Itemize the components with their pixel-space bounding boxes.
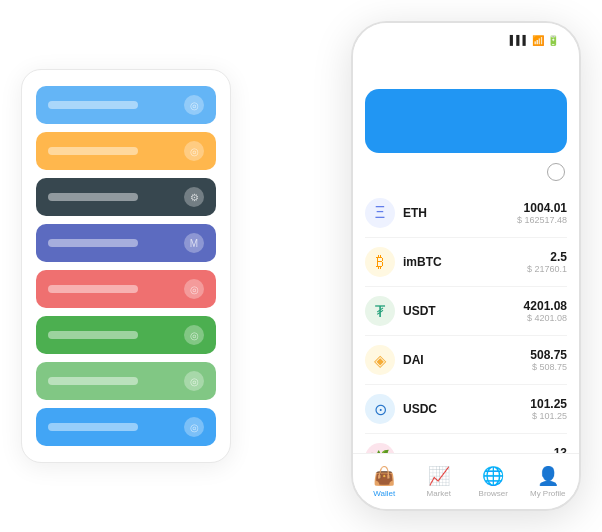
token-balance: 4201.08$ 4201.08	[524, 299, 567, 323]
token-icon: 🌿	[365, 443, 395, 453]
nav-label: Wallet	[373, 489, 395, 498]
nav-item-browser[interactable]: 🌐Browser	[466, 465, 521, 498]
token-icon: Ξ	[365, 198, 395, 228]
signal-icon: ▌▌▌	[510, 35, 529, 45]
token-value: $ 508.75	[530, 362, 567, 372]
card-item[interactable]: ◎	[36, 362, 216, 400]
token-value: $ 101.25	[530, 411, 567, 421]
token-item[interactable]: 🌿TFT130	[365, 434, 567, 453]
card-item[interactable]: ◎	[36, 408, 216, 446]
status-icons: ▌▌▌ 📶 🔋	[510, 35, 559, 46]
nav-label: Market	[427, 489, 451, 498]
token-icon: ⊙	[365, 394, 395, 424]
token-name: ETH	[403, 206, 517, 220]
card-list: ◎◎⚙M◎◎◎◎	[21, 69, 231, 463]
token-item[interactable]: ◈DAI508.75$ 508.75	[365, 336, 567, 385]
card-item[interactable]: ◎	[36, 316, 216, 354]
nav-label: My Profile	[530, 489, 566, 498]
eth-card-balance	[379, 115, 553, 141]
token-item[interactable]: ΞETH1004.01$ 162517.48	[365, 189, 567, 238]
nav-item-my-profile[interactable]: 👤My Profile	[521, 465, 576, 498]
token-balance: 2.5$ 21760.1	[527, 250, 567, 274]
phone-header	[353, 51, 579, 89]
token-name: USDT	[403, 304, 524, 318]
card-item[interactable]: ⚙	[36, 178, 216, 216]
nav-item-wallet[interactable]: 👜Wallet	[357, 465, 412, 498]
scene: ◎◎⚙M◎◎◎◎ ▌▌▌ 📶 🔋	[11, 11, 591, 521]
add-token-button[interactable]	[547, 163, 565, 181]
assets-header	[353, 163, 579, 189]
token-amount: 2.5	[527, 250, 567, 264]
token-amount: 4201.08	[524, 299, 567, 313]
token-name: USDC	[403, 402, 530, 416]
battery-icon: 🔋	[547, 35, 559, 46]
token-amount: 1004.01	[517, 201, 567, 215]
token-item[interactable]: ₿imBTC2.5$ 21760.1	[365, 238, 567, 287]
nav-item-market[interactable]: 📈Market	[412, 465, 467, 498]
profile-nav-icon: 👤	[537, 465, 559, 487]
nav-label: Browser	[479, 489, 508, 498]
market-nav-icon: 📈	[428, 465, 450, 487]
token-amount: 508.75	[530, 348, 567, 362]
card-item[interactable]: ◎	[36, 132, 216, 170]
token-icon: ₮	[365, 296, 395, 326]
phone: ▌▌▌ 📶 🔋	[351, 21, 581, 511]
token-icon: ◈	[365, 345, 395, 375]
wallet-nav-icon: 👜	[373, 465, 395, 487]
token-list: ΞETH1004.01$ 162517.48₿imBTC2.5$ 21760.1…	[353, 189, 579, 453]
token-value: $ 21760.1	[527, 264, 567, 274]
token-item[interactable]: ⊙USDC101.25$ 101.25	[365, 385, 567, 434]
token-balance: 101.25$ 101.25	[530, 397, 567, 421]
token-balance: 1004.01$ 162517.48	[517, 201, 567, 225]
wifi-icon: 📶	[532, 35, 544, 46]
status-bar: ▌▌▌ 📶 🔋	[353, 23, 579, 51]
token-amount: 13	[554, 446, 567, 453]
token-balance: 130	[554, 446, 567, 453]
token-value: $ 162517.48	[517, 215, 567, 225]
token-amount: 101.25	[530, 397, 567, 411]
token-value: $ 4201.08	[524, 313, 567, 323]
token-name: DAI	[403, 353, 530, 367]
browser-nav-icon: 🌐	[482, 465, 504, 487]
token-balance: 508.75$ 508.75	[530, 348, 567, 372]
card-item[interactable]: ◎	[36, 270, 216, 308]
card-item[interactable]: M	[36, 224, 216, 262]
token-icon: ₿	[365, 247, 395, 277]
token-name: imBTC	[403, 255, 527, 269]
card-item[interactable]: ◎	[36, 86, 216, 124]
bottom-nav: 👜Wallet📈Market🌐Browser👤My Profile	[353, 453, 579, 509]
token-item[interactable]: ₮USDT4201.08$ 4201.08	[365, 287, 567, 336]
eth-card	[365, 89, 567, 153]
